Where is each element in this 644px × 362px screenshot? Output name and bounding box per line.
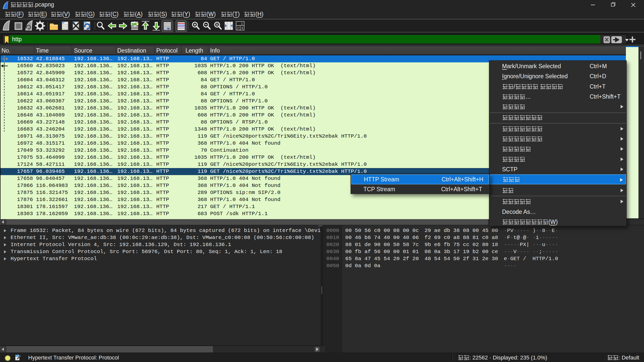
svg-text:0111: 0111 (63, 28, 68, 30)
svg-text:1: 1 (241, 22, 243, 25)
svg-text:2: 2 (237, 26, 239, 30)
svg-text:3: 3 (241, 26, 243, 30)
